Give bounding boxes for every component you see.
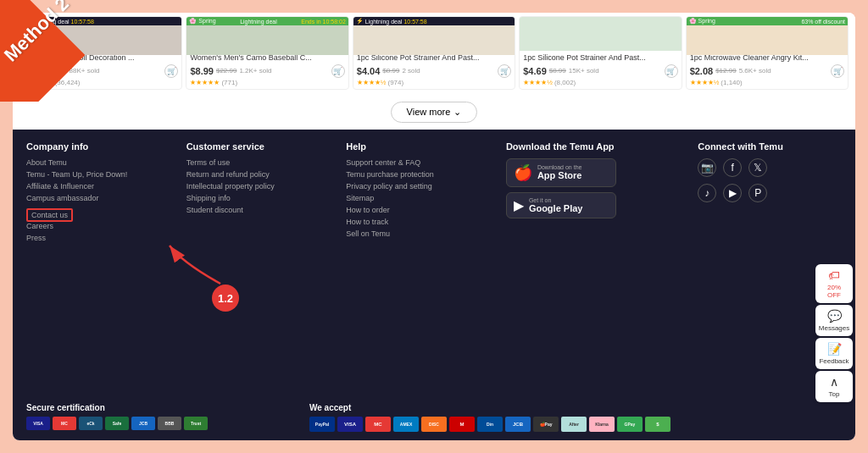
product-reviews: (974) (387, 79, 403, 86)
product-price: $2.08 (690, 66, 714, 76)
spring-timer: Ends in 10:58:02 (301, 19, 346, 25)
help-title: Help (346, 141, 506, 152)
contact-us-link[interactable]: Contact us (31, 211, 68, 219)
secure-section: Secure certification VISA MC eCk Safe JC… (26, 403, 292, 430)
footer-link-sitemap[interactable]: Sitemap (346, 194, 506, 202)
discount-label: 20% OFF (821, 284, 848, 299)
safesite-cert-icon: Safe (105, 417, 129, 430)
product-original-price: $12.99 (715, 67, 736, 75)
view-more-label: View more (407, 107, 451, 117)
cert-icons: VISA MC eCk Safe JCB BBB Trust (26, 417, 292, 430)
maestro-pay-icon: M (449, 417, 475, 432)
add-to-cart-button[interactable]: 🛒 (164, 64, 178, 78)
product-card-3[interactable]: ⚡ Lightning deal 10:57:58 1pc Silicone P… (353, 16, 515, 90)
app-store-name: App Store (537, 170, 582, 180)
add-to-cart-button[interactable]: 🛒 (665, 64, 678, 78)
main-content: ⚡ Lightning deal 10:57:58 37inch Trendy … (13, 13, 855, 440)
instagram-icon[interactable]: 📷 (698, 158, 716, 177)
product-sold: 1.2K+ sold (239, 67, 271, 75)
spring-badge-text: 🌸 Spring (189, 18, 215, 25)
footer-link-ip[interactable]: Intellectual property policy (186, 182, 347, 191)
footer-link-support[interactable]: Support center & FAQ (346, 158, 506, 167)
top-pill[interactable]: ∧ Top (815, 371, 853, 402)
amex-pay-icon: AMEX (393, 417, 419, 432)
paypal-icon: PayPal (309, 417, 335, 432)
right-sidebar: 🏷 20% OFF 💬 Messages 📝 Feedback ∧ Top (815, 264, 853, 402)
applepay-icon: 🍎Pay (533, 417, 559, 432)
discount-icon: 🏷 (828, 268, 840, 282)
product-reviews: (1,140) (721, 79, 742, 86)
facebook-icon[interactable]: f (723, 158, 742, 177)
gpay-icon: GPay (617, 417, 643, 432)
footer-link-track[interactable]: How to track (346, 218, 506, 226)
cash-icon: $ (645, 417, 670, 432)
footer-link-careers[interactable]: Careers (26, 222, 186, 230)
payment-icons: PayPal VISA MC AMEX DISC M Din JCB 🍎Pay … (309, 417, 842, 432)
product-card-4[interactable]: 1pc Silicone Pot Strainer And Past... $4… (519, 16, 682, 90)
google-play-button[interactable]: ▶ Get it on Google Play (506, 192, 616, 218)
footer-link-privacy[interactable]: Privacy policy and setting (346, 182, 506, 191)
product-stars: ★★★★½ (690, 79, 720, 86)
messages-pill[interactable]: 💬 Messages (815, 305, 853, 336)
app-store-button[interactable]: 🍎 Download on the App Store (506, 158, 616, 187)
discount-pill[interactable]: 🏷 20% OFF (815, 264, 853, 303)
spring-badge-text: 🌸 Spring (689, 18, 715, 25)
footer-link-shipping[interactable]: Shipping info (186, 194, 347, 202)
feedback-pill[interactable]: 📝 Feedback (815, 338, 853, 369)
social-icons-row-2: ♪ ▶ P (698, 184, 842, 202)
footer-link-about[interactable]: About Temu (26, 158, 186, 167)
product-stars: ★★★★★ (190, 79, 220, 86)
lightning-icon: ⚡ (356, 18, 364, 25)
secure-title: Secure certification (26, 403, 292, 412)
messages-icon: 💬 (827, 309, 842, 323)
we-accept-title: We accept (309, 403, 842, 412)
tiktok-icon[interactable]: ♪ (698, 184, 716, 202)
footer-link-terms[interactable]: Terms of use (186, 158, 347, 167)
customer-service-title: Customer service (186, 141, 347, 152)
footer-help: Help Support center & FAQ Temu purchase … (346, 141, 506, 396)
youtube-icon[interactable]: ▶ (723, 184, 742, 202)
footer-link-campus[interactable]: Campus ambassador (26, 194, 186, 202)
social-icons-row-1: 📷 f 𝕏 (698, 158, 842, 177)
product-reviews: (771) (221, 79, 237, 86)
step-label: 1.2 (212, 285, 239, 312)
footer-link-student[interactable]: Student discount (186, 206, 347, 214)
product-stars: ★★★★½ (357, 79, 387, 86)
footer-link-affiliate[interactable]: Affiliate & Influencer (26, 182, 186, 191)
apple-icon: 🍎 (514, 163, 532, 182)
mastercard-pay-icon: MC (365, 417, 391, 432)
klarna-icon: Klarna (589, 417, 615, 432)
google-play-name: Google Play (529, 203, 583, 213)
connect-title: Connect with Temu (698, 141, 842, 152)
footer-link-sell[interactable]: Sell on Temu (346, 229, 506, 238)
pinterest-icon[interactable]: P (748, 184, 767, 202)
footer-top: Company info About Temu Temu - Team Up, … (26, 141, 842, 396)
add-to-cart-button[interactable]: 🛒 (831, 64, 844, 78)
footer: Company info About Temu Temu - Team Up, … (13, 130, 855, 440)
product-bar: ⚡ Lightning deal 10:57:58 37inch Trendy … (13, 13, 855, 95)
footer-company-info: Company info About Temu Temu - Team Up, … (26, 141, 186, 396)
view-more-button[interactable]: View more ⌄ (391, 102, 478, 123)
twitter-icon[interactable]: 𝕏 (748, 158, 767, 177)
footer-link-refund[interactable]: Return and refund policy (186, 170, 347, 179)
footer-link-order[interactable]: How to order (346, 206, 506, 214)
product-sold: 2 sold (402, 67, 420, 75)
product-reviews: (8,002) (554, 79, 576, 86)
product-price: $4.69 (523, 66, 547, 76)
add-to-cart-button[interactable]: 🛒 (498, 64, 511, 78)
visa-pay-icon: VISA (337, 417, 363, 432)
add-to-cart-button[interactable]: 🛒 (331, 64, 345, 78)
afterpay-icon: After (561, 417, 587, 432)
google-play-sub: Get it on (529, 197, 583, 203)
footer-link-press[interactable]: Press (26, 234, 186, 242)
product-card-5[interactable]: 🌸 Spring 63% off discount 1pc Microwave … (686, 16, 849, 90)
contact-us-arrow (165, 237, 233, 288)
spring-discount: 63% off discount (801, 19, 845, 25)
footer-link-teamup[interactable]: Temu - Team Up, Price Down! (26, 170, 186, 179)
product-original-price: $8.99 (549, 67, 566, 75)
bbb-cert-icon: BBB (158, 417, 181, 430)
visa-cert-icon: VISA (26, 417, 50, 430)
feedback-label: Feedback (819, 357, 849, 365)
footer-link-purchase[interactable]: Temu purchase protection (346, 170, 506, 179)
product-card-2[interactable]: 🌸 Spring Lightning deal Ends in 10:58:02… (186, 16, 348, 90)
